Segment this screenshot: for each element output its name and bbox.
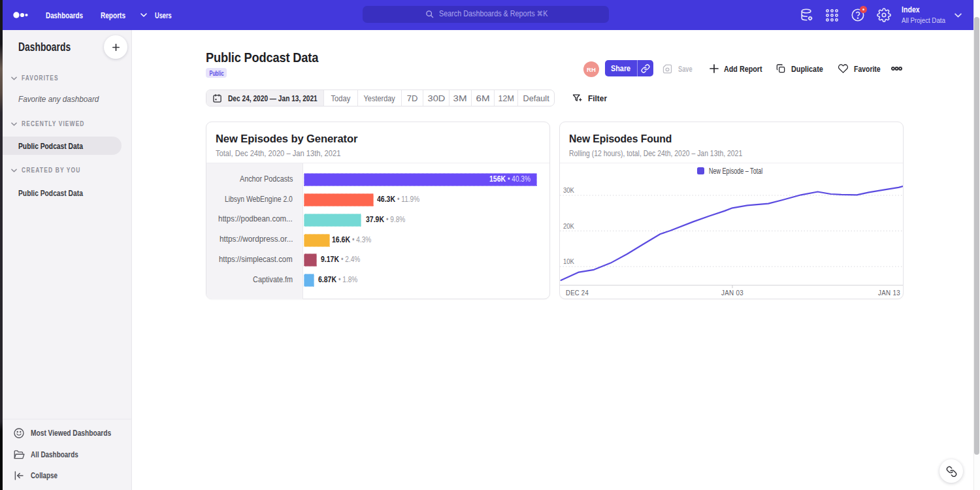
svg-text:10K: 10K [563, 257, 574, 265]
svg-text:30K: 30K [563, 186, 574, 194]
svg-text:20K: 20K [563, 222, 574, 230]
svg-text:DEC 24: DEC 24 [566, 289, 589, 297]
svg-text:JAN 03: JAN 03 [721, 289, 743, 297]
svg-text:JAN 13: JAN 13 [878, 289, 900, 297]
